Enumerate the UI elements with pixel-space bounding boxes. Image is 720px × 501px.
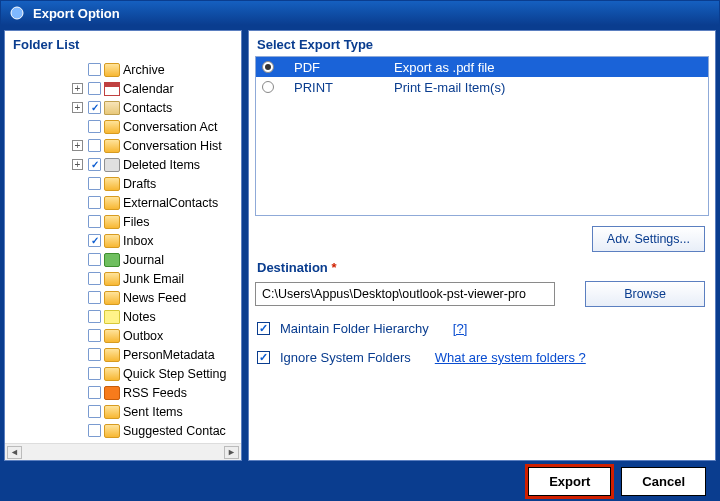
export-name: PRINT (294, 80, 374, 95)
expander-icon (72, 254, 83, 265)
folder-label: Drafts (123, 177, 156, 191)
export-option-row[interactable]: PRINTPrint E-mail Item(s) (256, 77, 708, 97)
folder-checkbox[interactable] (88, 158, 101, 171)
tree-item[interactable]: +Calendar (7, 79, 239, 98)
folder-label: Junk Email (123, 272, 184, 286)
maintain-hierarchy-help[interactable]: [?] (453, 321, 467, 336)
svg-point-0 (11, 7, 23, 19)
tree-item[interactable]: Outbox (7, 326, 239, 345)
folder-checkbox[interactable] (88, 386, 101, 399)
folder-label: PersonMetadata (123, 348, 215, 362)
folder-checkbox[interactable] (88, 177, 101, 190)
tree-item[interactable]: Drafts (7, 174, 239, 193)
tree-item[interactable]: Inbox (7, 231, 239, 250)
tree-item[interactable]: News Feed (7, 288, 239, 307)
expander-icon (72, 425, 83, 436)
folder-label: RSS Feeds (123, 386, 187, 400)
expander-icon (72, 121, 83, 132)
folder-icon (104, 291, 120, 305)
scroll-left-icon[interactable]: ◄ (7, 446, 22, 459)
tree-item[interactable]: Sent Items (7, 402, 239, 421)
folder-checkbox[interactable] (88, 367, 101, 380)
tree-item[interactable]: RSS Feeds (7, 383, 239, 402)
outbox-icon (104, 329, 120, 343)
expander-icon[interactable]: + (72, 102, 83, 113)
tree-item[interactable]: +Contacts (7, 98, 239, 117)
h-scrollbar[interactable]: ◄ ► (5, 443, 241, 460)
ignore-system-folders-label: Ignore System Folders (280, 350, 411, 365)
expander-icon (72, 64, 83, 75)
folder-checkbox[interactable] (88, 348, 101, 361)
folder-checkbox[interactable] (88, 215, 101, 228)
ignore-system-folders-row: Ignore System Folders What are system fo… (255, 336, 709, 365)
folder-checkbox[interactable] (88, 101, 101, 114)
expander-icon (72, 292, 83, 303)
folder-label: Contacts (123, 101, 172, 115)
folder-checkbox[interactable] (88, 310, 101, 323)
tree-item[interactable]: +Sync Issues (7, 440, 239, 441)
folder-list-panel: Folder List Archive+Calendar+ContactsCon… (4, 30, 242, 461)
browse-button[interactable]: Browse (585, 281, 705, 307)
folder-icon (104, 120, 120, 134)
folder-label: Conversation Act (123, 120, 218, 134)
inbox-icon (104, 234, 120, 248)
folder-checkbox[interactable] (88, 63, 101, 76)
export-type-header: Select Export Type (249, 31, 715, 56)
folder-checkbox[interactable] (88, 82, 101, 95)
folder-checkbox[interactable] (88, 424, 101, 437)
export-desc: Export as .pdf file (394, 60, 494, 75)
folder-checkbox[interactable] (88, 405, 101, 418)
titlebar: Export Option (0, 0, 720, 26)
expander-icon[interactable]: + (72, 140, 83, 151)
tree-item[interactable]: +Conversation Hist (7, 136, 239, 155)
cancel-button[interactable]: Cancel (621, 467, 706, 496)
export-radio[interactable] (262, 81, 274, 93)
destination-input[interactable] (255, 282, 555, 306)
folder-icon (104, 215, 120, 229)
export-radio[interactable] (262, 61, 274, 73)
tree-item[interactable]: ExternalContacts (7, 193, 239, 212)
export-type-panel: Select Export Type PDFExport as .pdf fil… (248, 30, 716, 461)
folder-checkbox[interactable] (88, 272, 101, 285)
maintain-hierarchy-checkbox[interactable] (257, 322, 270, 335)
expander-icon[interactable]: + (72, 159, 83, 170)
folder-label: Journal (123, 253, 164, 267)
tree-item[interactable]: Archive (7, 60, 239, 79)
folder-label: Suggested Contac (123, 424, 226, 438)
tree-item[interactable]: Suggested Contac (7, 421, 239, 440)
folder-label: Quick Step Setting (123, 367, 227, 381)
folder-label: Files (123, 215, 149, 229)
folder-checkbox[interactable] (88, 139, 101, 152)
tree-item[interactable]: Quick Step Setting (7, 364, 239, 383)
folder-checkbox[interactable] (88, 253, 101, 266)
expander-icon (72, 178, 83, 189)
folder-icon (104, 177, 120, 191)
folder-icon (104, 272, 120, 286)
ignore-system-folders-checkbox[interactable] (257, 351, 270, 364)
tree-item[interactable]: PersonMetadata (7, 345, 239, 364)
tree-item[interactable]: +Deleted Items (7, 155, 239, 174)
folder-checkbox[interactable] (88, 329, 101, 342)
adv-settings-button[interactable]: Adv. Settings... (592, 226, 705, 252)
scroll-right-icon[interactable]: ► (224, 446, 239, 459)
expander-icon[interactable]: + (72, 83, 83, 94)
export-option-row[interactable]: PDFExport as .pdf file (256, 57, 708, 77)
folder-label: News Feed (123, 291, 186, 305)
tree-item[interactable]: Notes (7, 307, 239, 326)
folder-icon (104, 139, 120, 153)
destination-label: Destination * (255, 254, 709, 281)
folder-checkbox[interactable] (88, 291, 101, 304)
tree-item[interactable]: Journal (7, 250, 239, 269)
folder-checkbox[interactable] (88, 120, 101, 133)
export-button[interactable]: Export (528, 467, 611, 496)
tree-item[interactable]: Conversation Act (7, 117, 239, 136)
tree-item[interactable]: Files (7, 212, 239, 231)
folder-tree[interactable]: Archive+Calendar+ContactsConversation Ac… (7, 58, 239, 441)
folder-checkbox[interactable] (88, 234, 101, 247)
maintain-hierarchy-row: Maintain Folder Hierarchy [?] (255, 307, 709, 336)
system-folders-link[interactable]: What are system folders ? (435, 350, 586, 365)
folder-icon (104, 367, 120, 381)
folder-checkbox[interactable] (88, 196, 101, 209)
deleted-icon (104, 158, 120, 172)
tree-item[interactable]: Junk Email (7, 269, 239, 288)
